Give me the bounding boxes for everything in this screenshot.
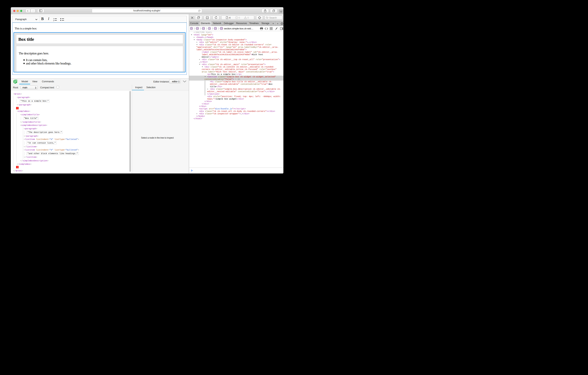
svg-text:2: 2: [53, 20, 54, 21]
svg-text:1: 1: [53, 18, 54, 20]
